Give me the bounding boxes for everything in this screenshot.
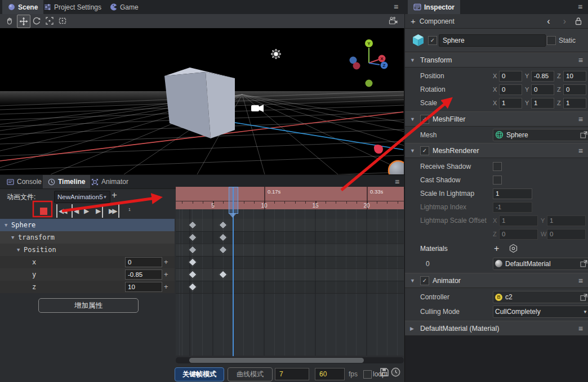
frame-tool-button[interactable]: [43, 15, 56, 27]
add-material-button[interactable]: +: [494, 244, 499, 254]
tree-item-position[interactable]: ▼ Position: [0, 244, 175, 256]
play-button[interactable]: ▶: [84, 204, 89, 218]
scale-x-field[interactable]: X1: [493, 98, 522, 109]
add-keyframe-y-button[interactable]: +: [164, 270, 168, 278]
tree-item-x[interactable]: x 0 +: [0, 256, 175, 268]
material-section-header[interactable]: ▶ DefaultMaterial (Material) ≡: [405, 321, 588, 336]
y-value-input[interactable]: -0.85: [125, 269, 162, 280]
expand-icon[interactable]: ▶: [410, 326, 417, 331]
section-menu-icon[interactable]: ≡: [578, 325, 583, 332]
scene-panel-menu-icon[interactable]: ≡: [394, 3, 398, 11]
time-badge-icon[interactable]: [391, 367, 400, 377]
add-component-plus-icon[interactable]: +: [411, 16, 416, 26]
rotation-y-field[interactable]: Y0: [525, 84, 554, 95]
add-property-button[interactable]: 增加属性: [38, 298, 139, 313]
section-menu-icon[interactable]: ≡: [578, 56, 583, 64]
animator-enabled-checkbox[interactable]: ✓: [420, 276, 429, 285]
tab-inspector[interactable]: Inspector: [408, 0, 460, 14]
prev-frame-button[interactable]: ◀: [72, 204, 79, 218]
collapse-icon[interactable]: ▼: [17, 247, 24, 253]
animator-section-header[interactable]: ▼ ✓ Animator ≡: [405, 273, 588, 288]
add-keyframe-x-button[interactable]: +: [164, 258, 168, 266]
meshfilter-section-header[interactable]: ▼ ✓ MeshFilter ≡: [405, 111, 588, 127]
history-forward-icon[interactable]: ›: [559, 16, 571, 26]
lock-icon[interactable]: [574, 17, 582, 25]
save-icon[interactable]: [380, 367, 389, 377]
add-component-label[interactable]: Component: [420, 17, 455, 25]
scale-z-field[interactable]: Z1: [557, 98, 586, 109]
object-picker-icon[interactable]: [580, 131, 587, 138]
tab-scene[interactable]: Scene: [2, 0, 43, 14]
meshfilter-enabled-checkbox[interactable]: ✓: [420, 115, 429, 124]
collapse-icon[interactable]: ▼: [410, 148, 417, 154]
tab-console[interactable]: Console: [2, 175, 47, 188]
current-frame-input[interactable]: 7: [275, 368, 309, 380]
move-tool-button[interactable]: [17, 15, 30, 28]
object-picker-icon[interactable]: [580, 260, 587, 267]
object-picker-icon[interactable]: [580, 294, 587, 301]
position-z-field[interactable]: Z10: [557, 71, 586, 82]
position-y-field[interactable]: Y-0.85: [525, 71, 554, 82]
timeline-ruler[interactable]: 0.17s0.33s5101520: [176, 187, 404, 210]
keyframe-grid[interactable]: [176, 209, 404, 356]
keyframe-track-Sphere[interactable]: [176, 219, 404, 232]
tab-timeline[interactable]: Timeline: [43, 175, 90, 188]
rotation-x-field[interactable]: X0: [493, 84, 522, 95]
collapse-icon[interactable]: ▼: [5, 222, 11, 228]
meshrenderer-section-header[interactable]: ▼ ✓ MeshRenderer ≡: [405, 143, 588, 158]
section-menu-icon[interactable]: ≡: [578, 115, 583, 123]
orientation-gizmo[interactable]: Y X Z: [350, 39, 388, 87]
timeline-panel-menu-icon[interactable]: ≡: [395, 178, 399, 186]
inspector-panel-menu-icon[interactable]: ≡: [578, 3, 582, 11]
hscrollbar-thumb[interactable]: [189, 358, 364, 363]
scene-viewport[interactable]: Y X Z: [0, 28, 404, 174]
playhead-handle[interactable]: [229, 187, 238, 214]
keyframe-track-y[interactable]: [176, 268, 404, 281]
skip-start-button[interactable]: ◀◀: [56, 204, 67, 218]
gizmo-neg-y-ball[interactable]: [366, 80, 373, 87]
tab-game[interactable]: Game: [104, 0, 144, 14]
z-value-input[interactable]: 10: [125, 282, 162, 292]
collapse-icon[interactable]: ▼: [410, 116, 417, 122]
section-menu-icon[interactable]: ≡: [578, 147, 583, 155]
add-keyframe-z-button[interactable]: +: [164, 282, 168, 291]
meshrenderer-enabled-checkbox[interactable]: ✓: [420, 146, 429, 155]
loop-checkbox[interactable]: [363, 370, 372, 379]
rotate-tool-button[interactable]: [30, 15, 43, 27]
controller-object-field[interactable]: B c2: [493, 291, 588, 303]
rect-tool-button[interactable]: [56, 15, 69, 27]
tree-item-sphere[interactable]: ▼ Sphere: [0, 219, 175, 231]
keyframe-track-z[interactable]: [176, 281, 404, 294]
history-back-icon[interactable]: ‹: [542, 16, 554, 26]
collapse-icon[interactable]: ▼: [11, 235, 18, 240]
section-menu-icon[interactable]: ≡: [578, 277, 583, 285]
object-name-input[interactable]: Sphere: [439, 34, 546, 47]
curve-mode-button[interactable]: 曲线模式: [228, 367, 273, 381]
tree-item-z[interactable]: z 10 +: [0, 281, 175, 293]
cast-shadow-checkbox[interactable]: [493, 176, 502, 185]
fps-input[interactable]: 60: [315, 368, 345, 380]
sphere-object-selected[interactable]: [389, 161, 404, 174]
mesh-object-field[interactable]: Sphere: [493, 129, 588, 141]
rotation-z-field[interactable]: Z0: [557, 84, 586, 95]
scale-in-lightmap-input[interactable]: 1: [493, 188, 532, 199]
material-settings-icon[interactable]: [509, 244, 518, 253]
scene-camera-settings-button[interactable]: [387, 15, 400, 27]
skip-end-button[interactable]: ▶▶: [109, 204, 119, 218]
collapse-icon[interactable]: ▼: [410, 57, 417, 63]
keyframe-track-Position[interactable]: [176, 244, 404, 257]
keyframe-track-x[interactable]: [176, 256, 404, 269]
culling-mode-dropdown[interactable]: CullCompletely ▼: [493, 305, 588, 318]
record-button[interactable]: [35, 204, 52, 218]
tree-item-y[interactable]: y -0.85 +: [0, 268, 175, 281]
hand-tool-button[interactable]: [3, 15, 16, 27]
next-frame-button[interactable]: ▶: [96, 204, 103, 218]
x-value-input[interactable]: 0: [125, 257, 162, 267]
keyframe-track-transform[interactable]: [176, 231, 404, 244]
keyframe-mode-button[interactable]: 关键帧模式: [175, 367, 224, 381]
transform-section-header[interactable]: ▼ Transform ≡: [405, 52, 588, 68]
tab-animator[interactable]: Animator: [86, 175, 133, 188]
receive-shadow-checkbox[interactable]: [493, 162, 502, 171]
tab-project-settings[interactable]: Project Settings: [38, 0, 107, 14]
position-x-field[interactable]: X0: [493, 71, 522, 82]
